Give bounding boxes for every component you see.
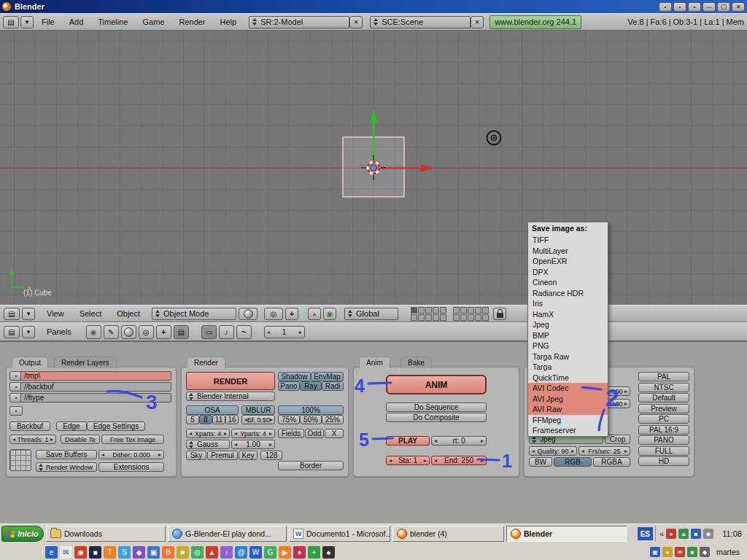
rt-field[interactable]: rt: 0	[431, 436, 487, 446]
size-25-button[interactable]: 25%	[322, 415, 344, 424]
size-50-button[interactable]: 50%	[300, 415, 322, 424]
red-app-icon[interactable]: ♦	[293, 546, 306, 559]
blender-icon[interactable]: B	[162, 546, 174, 559]
mblur-toggle[interactable]: MBLUR	[241, 405, 275, 415]
tray-update-icon[interactable]: ▲	[678, 529, 689, 539]
play-button[interactable]: PLAY	[386, 436, 430, 446]
rgb-toggle[interactable]: RGB	[554, 457, 592, 467]
filter-dropdown[interactable]: Gauss	[186, 440, 230, 449]
bw-toggle[interactable]: BW	[529, 457, 552, 467]
osa-11-button[interactable]: 11	[212, 415, 225, 424]
tuenti-icon[interactable]: T	[104, 546, 116, 559]
free-tex-images-toggle[interactable]: Free Tex Image	[101, 435, 164, 444]
scene-context-icon[interactable]	[174, 325, 189, 339]
minimize-button[interactable]	[703, 2, 716, 12]
ray-toggle[interactable]: Ray	[300, 381, 322, 391]
taskbar-task-blender-active[interactable]: Blender	[506, 526, 627, 542]
menu-item-ffmpeg[interactable]: FFMpeg	[528, 415, 608, 426]
render-preview-icon[interactable]	[323, 308, 336, 320]
layer-toggle[interactable]	[482, 314, 489, 321]
editor-type-icon[interactable]	[4, 326, 20, 338]
anim-button[interactable]: ANIM	[386, 375, 487, 394]
menu-item-hamx[interactable]: HamX	[528, 309, 608, 320]
preview-grid-icon[interactable]	[9, 449, 31, 471]
osa-toggle[interactable]: OSA	[186, 405, 239, 415]
layer-toggle[interactable]	[475, 307, 481, 314]
app-icon[interactable]: ■	[89, 546, 101, 559]
size-100-button[interactable]: 100%	[278, 405, 344, 415]
blur-factor-field[interactable]: Bf: 0.50	[241, 415, 275, 424]
menu-help[interactable]: Help	[214, 18, 244, 26]
menu-file[interactable]: File	[35, 18, 61, 26]
backbuf-path-field[interactable]: //backbuf	[20, 382, 171, 392]
menu-item-quicktime[interactable]: QuickTime	[528, 373, 608, 384]
maximize-button[interactable]	[717, 2, 730, 12]
size-y-field[interactable]: 100	[607, 399, 630, 408]
word-icon[interactable]: W	[249, 546, 262, 559]
fields-toggle[interactable]: Fields	[278, 429, 304, 438]
edge-toggle[interactable]: Edge	[56, 421, 87, 431]
sound-subcontext-icon[interactable]	[219, 325, 234, 339]
tray-usb-icon[interactable]: ●	[662, 547, 673, 557]
disable-tex-toggle[interactable]: Disable Te	[61, 435, 100, 444]
language-indicator[interactable]: ES	[638, 527, 653, 540]
tray-volume-icon[interactable]: ◆	[703, 529, 713, 539]
do-composite-toggle[interactable]: Do Composite	[386, 413, 487, 422]
menu-item-bmp[interactable]: BMP	[528, 330, 608, 341]
layer-toggle[interactable]	[440, 314, 446, 321]
preset-default-button[interactable]: Default	[638, 393, 689, 402]
ftype-path-field[interactable]: //ftype	[20, 393, 171, 402]
menu-item-openexr[interactable]: OpenEXR	[528, 256, 608, 267]
layer-toggle[interactable]	[433, 307, 439, 314]
menu-item-avi-codec[interactable]: AVI Codec	[528, 383, 608, 394]
extensions-toggle[interactable]: Extensions	[98, 462, 164, 472]
snap-toggle-icon[interactable]	[308, 308, 321, 320]
layer-toggle[interactable]	[425, 307, 432, 314]
object-context-icon[interactable]	[139, 325, 154, 339]
editor-type-icon[interactable]	[4, 308, 20, 320]
shading-context-icon[interactable]	[121, 325, 136, 339]
taskbar-task-downloads[interactable]: Downloads	[46, 526, 166, 542]
taskbar-task-blender-group[interactable]: blender (4)	[392, 526, 504, 542]
manipulator-toggle-icon[interactable]	[285, 308, 298, 320]
pano-toggle[interactable]: Pano	[278, 381, 300, 391]
toolbar-icon[interactable]	[673, 2, 686, 12]
music-icon[interactable]: ♪	[220, 546, 233, 559]
toolbar-icon[interactable]	[659, 2, 672, 12]
render-subcontext-icon[interactable]	[201, 325, 217, 339]
menu-view[interactable]: View	[40, 309, 71, 318]
edge-settings-button[interactable]: Edge Settings	[87, 421, 145, 431]
fps-field[interactable]: Frs/sec: 25	[578, 446, 630, 456]
layer-toggle[interactable]	[440, 307, 446, 314]
close-button[interactable]	[732, 2, 745, 12]
xparts-field[interactable]: Xparts: 4	[186, 429, 230, 438]
render-window-dropdown[interactable]: Render Window	[36, 462, 97, 472]
preset-pal169-button[interactable]: PAL 16:9	[638, 425, 689, 435]
rgba-toggle[interactable]: RGBA	[593, 457, 630, 467]
tab-render-layers[interactable]: Render Layers	[54, 357, 117, 368]
green-app-icon[interactable]: G	[264, 546, 276, 559]
menu-item-cineon[interactable]: Cineon	[528, 277, 608, 288]
size-75-button[interactable]: 75%	[278, 415, 300, 424]
frame-counter[interactable]: 1	[264, 326, 305, 338]
sky-toggle[interactable]: Sky	[186, 451, 206, 460]
layer-toggle[interactable]	[418, 307, 425, 314]
quality-field[interactable]: Quality: 90	[529, 446, 577, 456]
player-icon[interactable]: ▶	[279, 546, 291, 559]
menu-item-jpeg[interactable]: Jpeg	[528, 319, 608, 330]
osa-8-button[interactable]: 8	[199, 415, 212, 424]
menu-game[interactable]: Game	[136, 18, 171, 26]
window-type-icon[interactable]	[3, 16, 19, 28]
menu-item-multilayer[interactable]: MultiLayer	[528, 246, 608, 257]
browser-icon[interactable]: e	[45, 546, 58, 559]
transform-orientation-dropdown[interactable]: Global	[344, 308, 398, 320]
output-path-field[interactable]: /tmp\	[20, 371, 171, 381]
tab-render[interactable]: Render	[187, 357, 225, 368]
layer-toggle[interactable]	[425, 314, 432, 321]
filter-size-field[interactable]: 1.00	[231, 440, 275, 449]
tray-message-icon[interactable]: ✉	[675, 547, 685, 557]
scene-selector[interactable]: SCE:Scene	[370, 16, 471, 28]
layer-toggle[interactable]	[418, 314, 425, 321]
fields-x-toggle[interactable]: X	[325, 429, 344, 438]
lamp-object[interactable]	[487, 131, 501, 145]
